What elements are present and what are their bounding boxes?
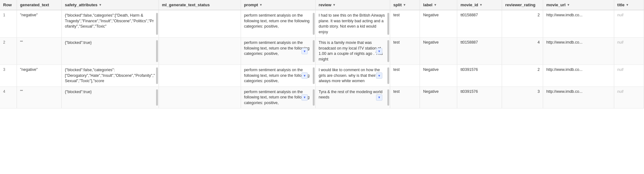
- column-header-prompt[interactable]: prompt▼: [241, 0, 315, 10]
- prompt-dropdown-btn[interactable]: ▼: [301, 48, 308, 54]
- sort-icon-split[interactable]: ▼: [403, 3, 406, 7]
- column-header-movie_id[interactable]: movie_id▼: [457, 0, 502, 10]
- cell-generated_text-row1: "negative": [17, 10, 62, 38]
- row-number: 4: [3, 89, 5, 94]
- column-label-label: label: [423, 3, 432, 7]
- safety-attributes-text: {"blocked":true}: [65, 89, 155, 95]
- cell-reviewer_rating-row1: 2: [502, 10, 543, 38]
- column-header-safety_attributes[interactable]: safety_attributes▼: [62, 0, 159, 10]
- prompt-dropdown-btn[interactable]: ▼: [301, 72, 308, 79]
- table-row: 3"negative"{"blocked":false,"categories"…: [0, 65, 644, 87]
- table-row: 1"negative"{"blocked":false,"categories"…: [0, 10, 644, 38]
- movie_id-value: tt0158887: [460, 40, 478, 45]
- column-label-split: split: [393, 3, 402, 7]
- movie_id-value: tt0391576: [460, 89, 478, 94]
- column-label-generated_text: generated_text: [20, 3, 49, 7]
- split-value: test: [393, 13, 400, 17]
- sort-icon-movie_id[interactable]: ▼: [479, 3, 483, 7]
- cell-row-row1: 1: [0, 10, 17, 38]
- column-header-label[interactable]: label▼: [420, 0, 457, 10]
- cell-safety_attributes-row3: {"blocked":false,"categories":["Derogato…: [62, 65, 159, 87]
- cell-movie_id-row2: tt0158887: [457, 38, 502, 65]
- cell-split-row3: test: [390, 65, 420, 87]
- cell-movie_id-row3: tt0391576: [457, 65, 502, 87]
- safety-attributes-text: {"blocked":true}: [65, 40, 155, 46]
- column-header-review[interactable]: review▼: [315, 0, 390, 10]
- review-dropdown-btn[interactable]: ▼: [376, 94, 382, 101]
- cell-prompt-row2: perform sentiment analysis on the follow…: [241, 38, 315, 65]
- scroll-bar: [156, 67, 158, 84]
- title-value: null: [617, 13, 623, 17]
- table-header-row: Rowgenerated_textsafety_attributes▼ml_ge…: [0, 0, 644, 10]
- generated_text-value: "negative": [20, 13, 38, 17]
- cell-safety_attributes-row1: {"blocked":false,"categories":["Death, H…: [62, 10, 159, 38]
- prompt-dropdown-btn[interactable]: ▼: [301, 94, 308, 101]
- scroll-bar: [313, 40, 315, 62]
- sort-icon-safety_attributes[interactable]: ▼: [99, 3, 102, 7]
- cell-row-row3: 3: [0, 65, 17, 87]
- column-header-generated_text: generated_text: [17, 0, 62, 10]
- cell-ml_generate_text_status-row3: [159, 65, 241, 87]
- cell-split-row4: test: [390, 87, 420, 108]
- split-value: test: [393, 67, 400, 72]
- rating-value: 3: [537, 89, 540, 94]
- movie_url-value: http://www.imdb.co...: [546, 67, 582, 72]
- cell-movie_url-row4: http://www.imdb.co...: [543, 87, 614, 108]
- cell-label-row3: Negative: [420, 65, 457, 87]
- generated_text-value: "": [20, 40, 23, 45]
- sort-icon-title[interactable]: ▼: [626, 3, 629, 7]
- cell-review-row3: I would like to comment on how the girls…: [315, 65, 390, 87]
- column-header-row: Row: [0, 0, 17, 10]
- safety-attributes-text: {"blocked":false,"categories":["Derogato…: [65, 67, 155, 84]
- title-value: null: [617, 89, 623, 94]
- column-label-safety_attributes: safety_attributes: [65, 3, 97, 7]
- cell-review-row4: Tyra & the rest of the modeling world ne…: [315, 87, 390, 108]
- sort-icon-label[interactable]: ▼: [434, 3, 437, 7]
- column-label-title: title: [617, 3, 625, 7]
- review-text: I had to see this on the British Airways…: [319, 13, 387, 35]
- sort-icon-prompt[interactable]: ▼: [259, 3, 262, 7]
- cell-ml_generate_text_status-row1: [159, 10, 241, 38]
- cell-movie_url-row2: http://www.imdb.co...: [543, 38, 614, 65]
- cell-safety_attributes-row2: {"blocked":true}: [62, 38, 159, 65]
- movie_url-value: http://www.imdb.co...: [546, 89, 582, 94]
- column-label-reviewer_rating: reviewer_rating: [505, 3, 535, 7]
- scroll-bar: [313, 13, 315, 35]
- title-value: null: [617, 40, 623, 45]
- column-label-prompt: prompt: [244, 3, 258, 7]
- cell-prompt-row4: perform sentiment analysis on the follow…: [241, 87, 315, 108]
- scroll-bar: [387, 89, 389, 106]
- column-label-ml_generate_text_status: ml_generate_text_status: [162, 3, 210, 7]
- row-number: 2: [3, 40, 5, 45]
- table-body: 1"negative"{"blocked":false,"categories"…: [0, 10, 644, 108]
- split-value: test: [393, 40, 400, 45]
- column-header-movie_url[interactable]: movie_url▼: [543, 0, 614, 10]
- generated_text-value: "": [20, 89, 23, 94]
- column-header-split[interactable]: split▼: [390, 0, 420, 10]
- cell-label-row2: Negative: [420, 38, 457, 65]
- movie_id-value: tt0158887: [460, 13, 478, 17]
- prompt-text: perform sentiment analysis on the follow…: [244, 13, 312, 29]
- row-number: 1: [3, 13, 5, 17]
- sort-icon-movie_url[interactable]: ▼: [567, 3, 570, 7]
- table-row: 4""{"blocked":true}perform sentiment ana…: [0, 87, 644, 108]
- review-dropdown-btn[interactable]: ▼: [376, 72, 382, 79]
- generated_text-value: "negative": [20, 67, 38, 72]
- review-dropdown-btn[interactable]: ▼: [376, 48, 382, 54]
- scroll-bar: [387, 67, 389, 84]
- cell-title-row4: null: [614, 87, 644, 108]
- scroll-bar: [156, 13, 158, 35]
- scroll-bar: [387, 13, 389, 35]
- sort-icon-review[interactable]: ▼: [332, 3, 336, 7]
- safety-attributes-text: {"blocked":false,"categories":["Death, H…: [65, 13, 155, 29]
- column-header-title[interactable]: title▼: [614, 0, 644, 10]
- column-label-movie_id: movie_id: [460, 3, 478, 7]
- scroll-bar: [387, 40, 389, 62]
- cell-split-row2: test: [390, 38, 420, 65]
- column-label-review: review: [319, 3, 331, 7]
- cell-ml_generate_text_status-row4: [159, 87, 241, 108]
- cell-label-row4: Negative: [420, 87, 457, 108]
- rating-value: 4: [537, 40, 540, 45]
- movie_url-value: http://www.imdb.co...: [546, 13, 582, 17]
- cell-ml_generate_text_status-row2: [159, 38, 241, 65]
